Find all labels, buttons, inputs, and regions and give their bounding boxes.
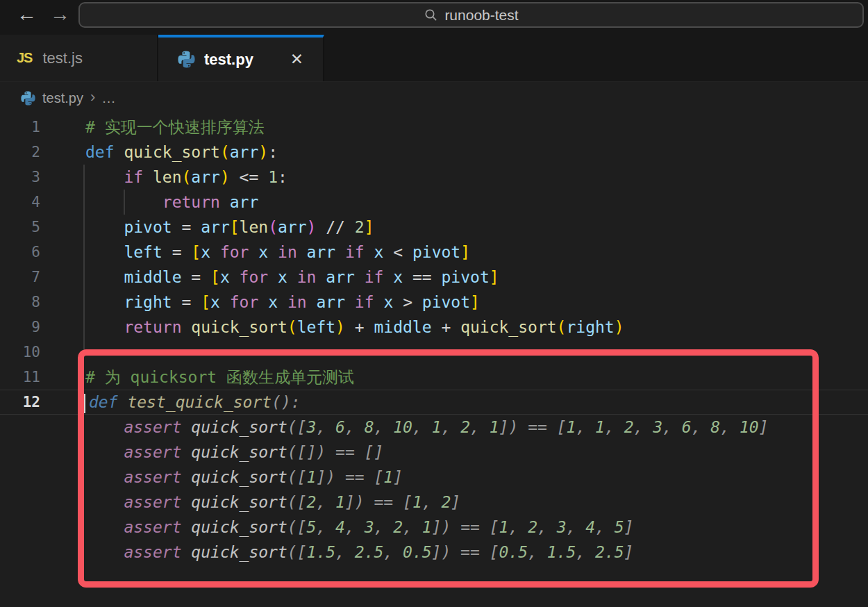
line-number[interactable] [0,540,40,565]
code-token: 1 [268,168,278,186]
code-token [345,293,355,311]
code-token [383,268,393,286]
code-token: x [278,268,287,286]
breadcrumb-symbol-ellipsis[interactable]: ... [102,90,116,106]
forward-button[interactable]: → [50,1,70,27]
code-line[interactable]: 6 left = [x for x in arr if x < pivot] [0,240,868,265]
breadcrumb-file[interactable]: test.py [42,90,83,106]
code-token: 1 [335,493,345,511]
line-number[interactable]: 10 [0,340,40,365]
code-token: 4 [585,518,595,536]
chevron-right-icon: › [90,88,95,106]
code-token [85,468,124,486]
close-tab-button[interactable]: ✕ [290,50,303,69]
line-number[interactable] [0,490,40,515]
line-number[interactable]: 2 [0,140,40,165]
code-token: 10 [740,418,759,436]
code-line[interactable]: 2def quick_sort(arr): [0,140,868,165]
code-line[interactable]: 3 if len(arr) <= 1: [0,165,868,190]
line-number[interactable] [0,440,40,465]
line-number[interactable] [0,515,40,540]
line-number[interactable]: 9 [0,315,40,340]
code-editor[interactable]: 1# 实现一个快速排序算法2def quick_sort(arr):3 if l… [0,115,868,607]
line-number[interactable] [0,415,40,440]
code-token: 1 [422,518,432,536]
line-number[interactable]: 6 [0,240,40,265]
code-token [287,268,297,286]
code-token: quick_sort [191,318,287,336]
code-line[interactable]: 5 pivot = arr[len(arr) // 2] [0,215,868,240]
tab-label: test.py [204,51,253,69]
code-token: return [124,318,181,336]
line-number[interactable]: 8 [0,290,40,315]
code-line[interactable]: 12def test_quick_sort(): [0,390,868,415]
code-token [85,518,124,536]
code-token: if [355,293,374,311]
code-token: ] [460,243,470,261]
code-token: <= [230,168,268,186]
code-token: def [85,143,115,161]
code-token: = [181,268,210,286]
code-token: in [297,268,317,286]
line-number[interactable]: 7 [0,265,40,290]
code-token: assert [124,443,181,461]
tab-test-py[interactable]: test.py ✕ [158,35,324,81]
code-token: ( [557,318,567,336]
code-token: 10 [393,418,412,436]
line-number[interactable]: 4 [0,190,40,215]
code-token: 3 [557,518,567,536]
code-token: 1 [412,493,422,511]
code-line[interactable]: 4 return arr [0,190,868,215]
code-line[interactable]: 10 [0,340,868,365]
code-token: quick_sort [191,443,287,461]
code-line[interactable]: 7 middle = [x for x in arr if x == pivot… [0,265,868,290]
code-token: 2 [460,418,470,436]
code-token: , [576,543,595,561]
javascript-file-icon: JS [17,50,32,66]
line-number[interactable]: 1 [0,115,40,140]
ghost-code-line[interactable]: assert quick_sort([]) == [] [0,440,868,465]
code-token: x [383,293,393,311]
code-token: 2 [528,518,537,536]
tab-test-js[interactable]: JS test.js [0,35,158,81]
code-token: , [374,418,394,436]
line-number[interactable]: 11 [0,365,40,390]
code-line[interactable]: 8 right = [x for x in arr if x > pivot] [0,290,868,315]
line-number[interactable] [0,465,40,490]
line-number[interactable]: 3 [0,165,40,190]
code-token: [ [230,218,240,236]
code-token: ( [268,218,278,236]
code-token: arr [230,143,259,161]
python-file-icon [21,91,35,106]
code-token: , [567,518,586,536]
command-center-search[interactable]: runoob-test [78,2,864,28]
code-token [85,318,124,336]
ghost-code-line[interactable]: assert quick_sort([2, 1]) == [1, 2] [0,490,868,515]
code-token: ) [220,168,230,186]
code-token [268,268,278,286]
code-token: , [412,418,432,436]
code-token: middle [374,318,431,336]
code-token: , [335,543,355,561]
ghost-code-line[interactable]: assert quick_sort([1]) == [1] [0,465,868,490]
code-token: [ [210,268,220,286]
code-token: , [441,418,460,436]
code-line[interactable]: 11# 为 quicksort 函数生成单元测试 [0,365,868,390]
code-token: 2 [441,493,451,511]
code-token: quick_sort [191,518,287,536]
ghost-code-line[interactable]: assert quick_sort([1.5, 2.5, 0.5]) == [0… [0,540,868,565]
code-token: 1 [383,468,393,486]
line-number[interactable]: 5 [0,215,40,240]
code-token: in [278,243,297,261]
code-token: + [432,318,461,336]
code-line[interactable]: 9 return quick_sort(left) + middle + qui… [0,315,868,340]
code-token: ] [451,493,460,511]
line-number[interactable]: 12 [0,390,40,415]
ghost-code-line[interactable]: assert quick_sort([5, 4, 3, 2, 1]) == [1… [0,515,868,540]
code-line[interactable]: 1# 实现一个快速排序算法 [0,115,868,140]
back-button[interactable]: ← [17,1,37,27]
code-token [181,318,191,336]
code-token [85,268,124,286]
code-token: 1 [490,418,499,436]
ghost-code-line[interactable]: assert quick_sort([3, 6, 8, 10, 1, 2, 1]… [0,415,868,440]
